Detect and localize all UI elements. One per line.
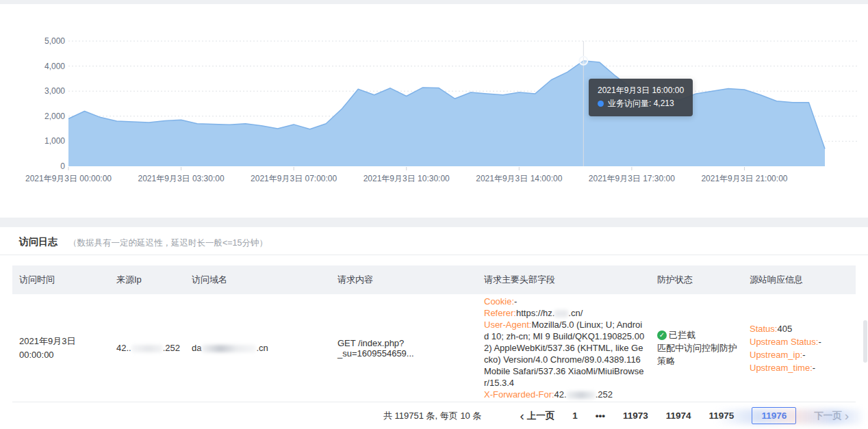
cell-request: GET /index.php?_su=1609554659... <box>331 338 477 359</box>
log-title: 访问日志 <box>19 236 58 248</box>
cell-main-headers: Cookie:- Referer:https://hz..cn/ User-Ag… <box>477 296 650 400</box>
svg-text:2021年9月3日 14:00:00: 2021年9月3日 14:00:00 <box>476 174 562 183</box>
svg-text:0: 0 <box>60 161 65 171</box>
redacted-referer <box>554 310 568 317</box>
col-header-source-ip: 来源Ip <box>110 274 185 286</box>
svg-text:5,000: 5,000 <box>44 36 65 46</box>
check-circle-icon: ✓ <box>657 330 667 340</box>
svg-text:2021年9月3日 17:30:00: 2021年9月3日 17:30:00 <box>589 174 675 183</box>
svg-text:2021年9月3日 03:30:00: 2021年9月3日 03:30:00 <box>138 174 225 183</box>
origin-upstream-status: Upstream Status:- <box>750 335 856 348</box>
next-page-button[interactable]: 下一页› <box>814 408 852 424</box>
traffic-area-chart[interactable]: 01,0002,0003,0004,0005,0002021年9月3日 00:0… <box>0 4 868 209</box>
cell-access-time: 2021年9月3日 00:00:00 <box>12 335 110 362</box>
chevron-left-icon: ‹ <box>520 408 524 423</box>
tooltip-value: 业务访问量: 4,213 <box>608 99 674 108</box>
redacted-xff-ip <box>567 391 596 399</box>
log-card-header: 访问日志 （数据具有一定的延迟性，延迟时长一般<=15分钟） <box>0 227 868 255</box>
cell-origin-response: Status:405 Upstream Status:- Upstream_ip… <box>743 322 856 374</box>
page-button-11973[interactable]: 11973 <box>623 411 648 421</box>
col-header-domain: 访问域名 <box>185 274 331 286</box>
redacted-domain <box>201 345 256 352</box>
series-dot-icon <box>598 101 604 107</box>
page-button-1[interactable]: 1 <box>572 411 578 421</box>
cell-domain: da.cn <box>185 343 331 353</box>
cell-protect-status: ✓已拦截 匹配中访问控制防护策略 <box>650 328 743 367</box>
chart-tooltip: 2021年9月3日 16:00:00 业务访问量: 4,213 <box>589 79 693 116</box>
page-ellipsis[interactable]: ••• <box>596 411 605 421</box>
divider <box>0 255 868 255</box>
header-referer: Referer:https://hz..cn/ <box>484 307 645 319</box>
page-button-11975[interactable]: 11975 <box>709 411 735 421</box>
svg-text:4,000: 4,000 <box>44 62 65 71</box>
col-header-request: 请求内容 <box>331 274 477 286</box>
svg-text:2021年9月3日 10:30:00: 2021年9月3日 10:30:00 <box>363 174 450 183</box>
svg-text:3,000: 3,000 <box>44 86 65 96</box>
col-header-protect-state: 防护状态 <box>650 274 743 286</box>
scrollbar-thumb[interactable] <box>863 320 867 363</box>
header-cookie: Cookie:- <box>484 296 645 307</box>
cell-source-ip: 42...252 <box>110 343 185 353</box>
svg-text:2021年9月3日 07:00:00: 2021年9月3日 07:00:00 <box>251 174 337 183</box>
prev-page-button[interactable]: ‹上一页 <box>517 408 554 424</box>
header-user-agent: User-Agent:Mozilla/5.0 (Linux; U; Androi… <box>484 319 645 389</box>
svg-text:1,000: 1,000 <box>44 136 65 146</box>
log-table-header: 访问时间 来源Ip 访问域名 请求内容 请求主要头部字段 防护状态 源站响应信息 <box>12 265 856 294</box>
access-log-card: 访问日志 （数据具有一定的延迟性，延迟时长一般<=15分钟） 访问时间 来源Ip… <box>0 227 868 429</box>
page-button-current[interactable]: 11976 <box>752 407 796 424</box>
svg-text:2,000: 2,000 <box>44 112 65 121</box>
chevron-right-icon: › <box>845 408 849 423</box>
col-header-access-time: 访问时间 <box>12 274 110 286</box>
origin-status: Status:405 <box>750 322 856 335</box>
col-header-main-headers: 请求主要头部字段 <box>477 274 650 286</box>
status-detail: 匹配中访问控制防护策略 <box>657 341 739 367</box>
pagination-total: 共 119751 条, 每页 10 条 <box>383 410 482 422</box>
svg-text:2021年9月3日 00:00:00: 2021年9月3日 00:00:00 <box>25 174 112 183</box>
status-badge: ✓已拦截 <box>657 328 739 341</box>
pagination: 共 119751 条, 每页 10 条 ‹上一页 1 ••• 11973 119… <box>12 402 856 429</box>
page-button-11974[interactable]: 11974 <box>666 411 691 421</box>
tooltip-date: 2021年9月3日 16:00:00 <box>598 84 684 97</box>
log-table-row: 2021年9月3日 00:00:00 42...252 da.cn GET /i… <box>12 294 856 402</box>
log-subtitle: （数据具有一定的延迟性，延迟时长一般<=15分钟） <box>68 237 268 249</box>
col-header-origin-resp: 源站响应信息 <box>743 274 856 286</box>
header-x-forwarded-for: X-Forwarded-For:42..252 <box>484 389 645 400</box>
svg-text:2021年9月3日 21:00:00: 2021年9月3日 21:00:00 <box>701 174 787 183</box>
redacted-ip <box>131 345 163 352</box>
traffic-chart-card: 01,0002,0003,0004,0005,0002021年9月3日 00:0… <box>0 4 868 218</box>
origin-upstream-ip: Upstream_ip:- <box>750 348 856 361</box>
origin-upstream-time: Upstream_time:- <box>750 361 856 374</box>
